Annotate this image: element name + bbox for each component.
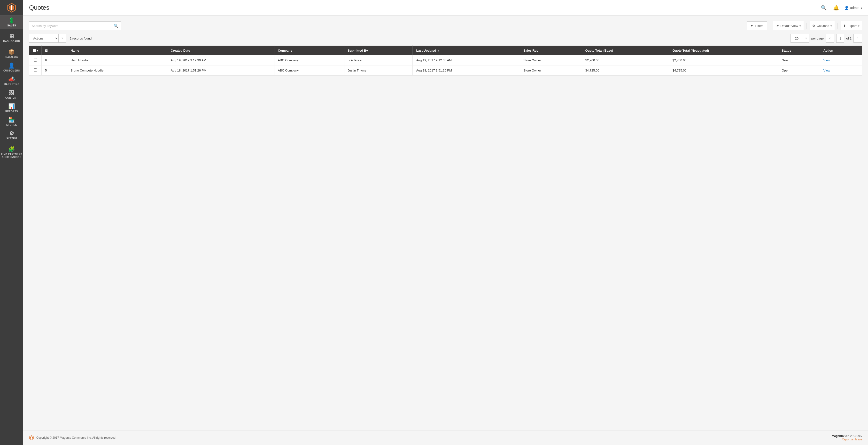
cell-submitted-by: Lois Price	[344, 55, 413, 65]
cell-quote-total-negotiated: $2,700.00	[669, 55, 778, 65]
sidebar-logo	[0, 0, 23, 16]
gear-icon: ⚙	[812, 24, 815, 28]
sidebar-item-sales[interactable]: 💲 SALES	[0, 16, 23, 29]
sidebar-label-marketing: MARKETING	[4, 83, 20, 86]
page-title: Quotes	[29, 4, 50, 11]
cell-sales-rep: Store Owner	[520, 65, 582, 76]
sidebar-label-dashboard: DASHBOARD	[3, 40, 20, 43]
catalog-icon: 📦	[8, 50, 15, 55]
cell-name: Bruno Compete Hoodie	[67, 65, 167, 76]
th-last-updated[interactable]: Last Updated ↑	[413, 46, 520, 56]
row-checkbox-1[interactable]	[34, 68, 37, 72]
records-found: 2 records found	[70, 37, 92, 40]
sidebar-item-dashboard[interactable]: ⊞ DASHBOARD	[0, 31, 23, 45]
toolbar-separator-2	[806, 23, 807, 29]
th-checkbox	[29, 46, 42, 56]
page-footer: Copyright © 2017 Magento Commerce Inc. A…	[23, 430, 868, 445]
sidebar-label-catalog: CATALOG	[5, 56, 18, 59]
user-icon: 👤	[844, 6, 848, 10]
view-link-1[interactable]: View	[824, 68, 830, 72]
cell-quote-total-base: $2,700.00	[582, 55, 669, 65]
export-chevron-icon	[858, 24, 860, 28]
select-all-checkbox[interactable]	[33, 49, 36, 52]
footer-copyright: Copyright © 2017 Magento Commerce Inc. A…	[36, 436, 116, 439]
columns-label: Columns	[817, 24, 829, 28]
search-input[interactable]	[32, 24, 114, 28]
svg-rect-2	[11, 5, 12, 10]
cell-action: View	[820, 65, 862, 76]
columns-button[interactable]: ⚙ Columns	[810, 21, 835, 30]
prev-page-button[interactable]	[826, 34, 834, 43]
toolbar-separator-1	[770, 23, 770, 29]
cell-created-date: Aug 18, 2017 1:51:26 PM	[167, 65, 274, 76]
view-label: Default View	[780, 24, 798, 28]
cell-id: 5	[42, 65, 67, 76]
select-all-chevron-icon[interactable]	[37, 49, 38, 52]
sidebar: 💲 SALES ⊞ DASHBOARD 📦 CATALOG 👤 CUSTOMER…	[0, 0, 23, 445]
sidebar-item-find-partners[interactable]: 🧩 FIND PARTNERS & EXTENSIONS	[0, 144, 23, 161]
sidebar-item-customers[interactable]: 👤 CUSTOMERS	[0, 61, 23, 74]
sidebar-item-catalog[interactable]: 📦 CATALOG	[0, 47, 23, 61]
page-header: Quotes 🔍 🔔 👤 admin	[23, 0, 868, 16]
th-quote-total-base: Quote Total (Base)	[582, 46, 669, 56]
cell-id: 6	[42, 55, 67, 65]
page-content: 🔍 ▼ Filters 👁 Default View ⚙ Columns	[23, 16, 868, 430]
view-chevron-icon	[800, 24, 801, 28]
sidebar-divider-3	[3, 143, 20, 143]
table-body: 6 Hero Hoodie Aug 19, 2017 9:12:30 AM AB…	[29, 55, 862, 76]
global-search-button[interactable]: 🔍	[820, 4, 828, 12]
sidebar-label-find-partners: FIND PARTNERS & EXTENSIONS	[1, 153, 22, 159]
content-icon: 🖼	[9, 90, 14, 95]
export-button[interactable]: ⬆ Export	[841, 21, 862, 30]
per-page-label: per page	[811, 37, 824, 40]
row-checkbox-0[interactable]	[34, 58, 37, 62]
sidebar-item-reports[interactable]: 📊 REPORTS	[0, 101, 23, 115]
actions-select[interactable]: Actions	[29, 34, 58, 42]
view-link-0[interactable]: View	[824, 58, 830, 62]
th-sales-rep: Sales Rep	[520, 46, 582, 56]
actions-dropdown: Actions	[29, 34, 66, 43]
default-view-button[interactable]: 👁 Default View	[773, 21, 804, 30]
th-submitted-by: Submitted By	[344, 46, 413, 56]
footer-version-number: ver. 2.2.0-dev	[844, 434, 862, 438]
notifications-button[interactable]: 🔔	[832, 4, 840, 12]
cell-company: ABC Company	[274, 55, 344, 65]
columns-chevron-icon	[831, 24, 832, 28]
quotes-table: ID Name Created Date Company Submitted B…	[29, 46, 862, 76]
export-icon: ⬆	[843, 24, 846, 28]
marketing-icon: 📣	[8, 77, 15, 82]
filters-button[interactable]: ▼ Filters	[747, 21, 767, 30]
search-submit-button[interactable]: 🔍	[114, 24, 118, 28]
admin-chevron-icon	[861, 6, 862, 10]
table-header-row: ID Name Created Date Company Submitted B…	[29, 46, 862, 56]
sidebar-label-system: SYSTEM	[6, 137, 17, 140]
main-area: Quotes 🔍 🔔 👤 admin 🔍 ▼ Filters	[23, 0, 868, 445]
sidebar-label-reports: REPORTS	[5, 110, 18, 113]
sidebar-item-system[interactable]: ⚙ SYSTEM	[0, 128, 23, 142]
admin-menu-button[interactable]: 👤 admin	[844, 6, 862, 10]
find-partners-icon: 🧩	[8, 147, 15, 152]
next-page-button[interactable]	[854, 34, 862, 43]
sidebar-item-marketing[interactable]: 📣 MARKETING	[0, 74, 23, 88]
cell-last-updated: Aug 18, 2017 1:51:26 PM	[413, 65, 520, 76]
table-row: 6 Hero Hoodie Aug 19, 2017 9:12:30 AM AB…	[29, 55, 862, 65]
cell-last-updated: Aug 19, 2017 9:12:30 AM	[413, 55, 520, 65]
row-checkbox-cell	[29, 65, 42, 76]
actions-dropdown-chevron-icon[interactable]	[58, 34, 66, 42]
sidebar-item-stores[interactable]: 🏪 STORES	[0, 115, 23, 128]
page-number: 1	[836, 34, 844, 43]
eye-icon: 👁	[776, 24, 779, 28]
sales-icon: 💲	[8, 18, 15, 23]
cell-status: Open	[778, 65, 820, 76]
filter-icon: ▼	[750, 24, 753, 28]
stores-icon: 🏪	[8, 117, 15, 123]
filter-label: Filters	[755, 24, 764, 28]
cell-created-date: Aug 19, 2017 9:12:30 AM	[167, 55, 274, 65]
per-page-chevron-icon[interactable]	[803, 34, 809, 42]
per-page-input[interactable]	[791, 34, 803, 42]
sidebar-item-content[interactable]: 🖼 CONTENT	[0, 88, 23, 101]
report-issue-link[interactable]: Report an Issue	[842, 438, 862, 441]
th-id: ID	[42, 46, 67, 56]
actions-left: Actions 2 records found	[29, 34, 92, 43]
search-box: 🔍	[29, 21, 121, 30]
